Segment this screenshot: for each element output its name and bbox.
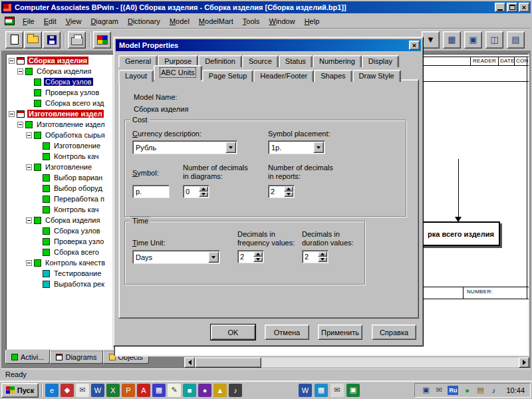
tree-item[interactable]: Тестирование: [6, 268, 113, 279]
app-icon-13[interactable]: ♪: [229, 384, 242, 397]
horizontal-scrollbar[interactable]: [184, 357, 529, 368]
toolbar-button-dropdown-arrow[interactable]: ▼: [422, 31, 440, 49]
acrobat-icon[interactable]: A: [137, 384, 150, 397]
tree-item[interactable]: Сборка изделия: [6, 215, 113, 225]
menu-item-dictionary[interactable]: Dictionary: [123, 15, 165, 27]
spin-up-button[interactable]: [253, 251, 263, 257]
app-icon-11[interactable]: ●: [198, 384, 211, 397]
tree-item[interactable]: Сборка всего: [6, 247, 113, 257]
tree-expander-icon[interactable]: [9, 58, 15, 64]
scroll-left-button[interactable]: [184, 357, 195, 368]
tray-icon-4[interactable]: ▤: [475, 385, 485, 396]
tree-expander-icon[interactable]: [26, 132, 32, 138]
time-unit-dropdown-button[interactable]: [208, 251, 219, 263]
tree-item[interactable]: Обработка сырья: [6, 130, 113, 140]
toolbar-button-print[interactable]: [68, 31, 86, 49]
app-icon-15[interactable]: ▦: [315, 384, 328, 397]
tab-numbering[interactable]: Numbering: [313, 55, 362, 67]
toolbar-button-tool-grid[interactable]: ▦: [443, 31, 461, 49]
tab-draw-style[interactable]: Draw Style: [352, 70, 401, 82]
decimals-frequency-spinner[interactable]: 2: [237, 250, 264, 263]
dialog-close-button[interactable]: ×: [409, 41, 420, 50]
tab-page-setup[interactable]: Page Setup: [202, 70, 254, 82]
excel-icon[interactable]: X: [106, 384, 120, 397]
tray-icon-2[interactable]: ✉: [434, 385, 444, 396]
tree-item[interactable]: Сборка изделия: [6, 55, 113, 66]
document-icon[interactable]: [5, 17, 15, 25]
dialog-titlebar[interactable]: Model Properties ×: [116, 39, 421, 51]
toolbar-button-new-document[interactable]: [5, 31, 23, 49]
scrollbar-track[interactable]: [261, 357, 519, 368]
decimals-diagrams-spinner[interactable]: 0: [183, 185, 209, 198]
tree-item[interactable]: Контроль кач: [6, 151, 113, 162]
tree-item[interactable]: Сборка изделия: [6, 66, 113, 76]
powerpoint-icon[interactable]: P: [122, 384, 135, 397]
tray-icon-1[interactable]: ▣: [420, 385, 431, 396]
menu-item-diagram[interactable]: Diagram: [86, 15, 123, 27]
dialog-button-cancel[interactable]: Отмена: [265, 325, 309, 340]
toolbar-button-tool-split[interactable]: ◫: [485, 31, 503, 49]
menu-item-file[interactable]: File: [18, 15, 39, 27]
app-icon-10[interactable]: ■: [183, 384, 196, 397]
tree-item[interactable]: Сборка узлов: [6, 225, 113, 236]
app-icon-8[interactable]: ▦: [152, 384, 166, 397]
taskbar-clock[interactable]: 10:44: [506, 386, 525, 394]
spin-up-button[interactable]: [318, 251, 327, 257]
tree-item[interactable]: Выработка рек: [6, 279, 113, 289]
tree-item[interactable]: Проверка узло: [6, 236, 113, 247]
tab-display[interactable]: Display: [362, 55, 399, 67]
close-button[interactable]: ×: [519, 3, 529, 12]
app-icon-12[interactable]: ▲: [213, 384, 227, 397]
app-icon-17[interactable]: ▣: [346, 384, 360, 397]
time-unit-combobox[interactable]: Days: [132, 250, 220, 264]
mail-icon[interactable]: ✉: [76, 384, 89, 397]
tab-status[interactable]: Status: [279, 55, 313, 67]
tab-layout[interactable]: Layout: [118, 70, 154, 82]
menu-item-view[interactable]: View: [61, 15, 86, 27]
minimize-button[interactable]: [495, 3, 505, 12]
word-window-icon[interactable]: W: [299, 384, 312, 397]
tree-expander-icon[interactable]: [26, 217, 32, 223]
tree-expander-icon[interactable]: [26, 260, 32, 266]
maximize-button[interactable]: [507, 3, 517, 12]
tree-item[interactable]: Проверка узлов: [6, 87, 113, 98]
tree-item[interactable]: Переработка п: [6, 194, 113, 204]
decimals-duration-spinner[interactable]: 2: [302, 250, 329, 263]
panel-tab-diagrams[interactable]: Diagrams: [50, 350, 102, 364]
menu-item-window[interactable]: Window: [265, 15, 300, 27]
currency-description-combobox[interactable]: Рубль: [132, 140, 237, 154]
toolbar-button-tool-box[interactable]: ▣: [464, 31, 482, 49]
tree-item[interactable]: Сборка узлов: [6, 76, 113, 87]
start-button[interactable]: Пуск: [1, 383, 39, 398]
tree-item[interactable]: Изготовление издел: [6, 119, 113, 130]
decimals-reports-spinner[interactable]: 2: [268, 185, 295, 198]
panel-tab-activi[interactable]: Activi...: [5, 350, 50, 364]
tray-icon-3[interactable]: ●: [462, 385, 472, 396]
tab-shapes[interactable]: Shapes: [314, 70, 352, 82]
word-icon[interactable]: W: [91, 384, 104, 397]
menu-item-tools[interactable]: Tools: [238, 15, 265, 27]
tree-item[interactable]: Выбор вариан: [6, 172, 113, 183]
tree-item[interactable]: Изготовление: [6, 162, 113, 172]
tree-expander-icon[interactable]: [17, 122, 23, 128]
dialog-button-ok[interactable]: OK: [211, 325, 255, 340]
spin-down-button[interactable]: [199, 192, 208, 197]
menu-item-edit[interactable]: Edit: [39, 15, 61, 27]
tree-item[interactable]: Сборка всего изд: [6, 98, 113, 108]
toolbar-button-open-folder[interactable]: [24, 31, 42, 49]
tab-header-footer[interactable]: Header/Footer: [253, 70, 314, 82]
ie-icon[interactable]: e: [45, 384, 59, 397]
tree-expander-icon[interactable]: [26, 164, 32, 170]
tab-definition[interactable]: Definition: [198, 55, 242, 67]
notepad-icon[interactable]: ✎: [168, 384, 181, 397]
symbol-placement-combobox[interactable]: 1р.: [268, 140, 325, 154]
toolbar-button-palette[interactable]: [93, 31, 111, 49]
symbol-field[interactable]: р.: [132, 185, 170, 198]
language-indicator[interactable]: Ru: [448, 386, 458, 395]
scrollbar-thumb[interactable]: [195, 357, 261, 368]
placement-dropdown-button[interactable]: [313, 142, 324, 153]
tree-expander-icon[interactable]: [17, 68, 23, 74]
tab-abc-units[interactable]: ABC Units: [154, 65, 202, 80]
menu-item-modelmart[interactable]: ModelMart: [194, 15, 238, 27]
spin-up-button[interactable]: [284, 186, 293, 192]
